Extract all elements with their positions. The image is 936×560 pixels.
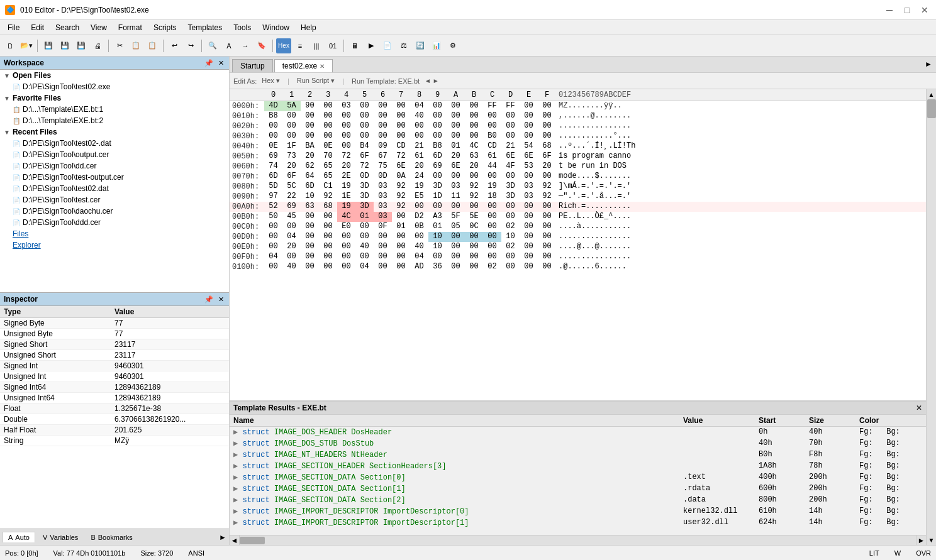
scroll-thumb-vertical[interactable] [927,99,936,118]
hex-b4F[interactable]: 68 [538,141,556,151]
hex-byte-1[interactable]: 5A [282,101,301,111]
columns-button[interactable]: ||| [309,38,324,53]
hex-bBF[interactable]: 00 [538,212,556,222]
tab-test02[interactable]: test02.exe ✕ [274,59,333,72]
hex-bE2[interactable]: 00 [301,242,319,252]
bottom-scrollbar[interactable]: ◄ ► [230,535,926,545]
hex-b33[interactable]: 00 [319,131,337,141]
recent-item-1[interactable]: 📄 D:\PE\SignTool\test02-.dat [0,138,229,149]
hex-bE8[interactable]: 40 [410,242,428,252]
hex-byte-6[interactable]: 00 [374,101,392,111]
hex-byte-1A[interactable]: 00 [447,111,465,121]
save-all-button[interactable]: 💾 [57,38,72,53]
hex-b68[interactable]: 20 [410,162,428,172]
hex-b5B[interactable]: 63 [465,151,483,162]
hex-byte-15[interactable]: 00 [355,111,374,121]
hex-b80[interactable]: 5D [264,182,282,192]
hex-b87[interactable]: 92 [392,182,410,192]
hex-b73[interactable]: 65 [319,172,337,182]
hex-b55[interactable]: 6F [355,151,374,162]
hex-b4A[interactable]: 01 [447,141,465,151]
inspector-close-button[interactable]: ✕ [217,295,225,304]
hex-b5D[interactable]: 6E [501,151,520,162]
hex-bDE[interactable]: 00 [520,232,538,242]
hex-format-button[interactable]: Hex ▾ [259,76,282,85]
bookmark-button[interactable]: 🔖 [254,38,269,53]
hex-b71[interactable]: 6F [282,172,301,182]
hex-b92[interactable]: 10 [301,192,319,202]
hex-b4C[interactable]: CD [483,141,501,151]
hex-bC9[interactable]: 01 [428,222,447,232]
hex-b9F[interactable]: 92 [538,192,556,202]
hex-byte-1B[interactable]: 00 [465,111,483,121]
inspector-pin-button[interactable]: 📌 [203,295,214,304]
files-tab[interactable]: Files [0,228,229,239]
hex-bE3[interactable]: 00 [319,242,337,252]
hex-bFA[interactable]: 00 [447,252,465,262]
expand-icon-3[interactable]: ▶ [233,462,238,471]
hex-b45[interactable]: B4 [355,141,374,151]
hex-b6E[interactable]: 53 [520,162,538,172]
hex-bE4[interactable]: 00 [337,242,355,252]
hex-byte-2B[interactable]: 00 [465,121,483,131]
recent-item-3[interactable]: 📄 D:\PE\SignTool\dd.cer [0,160,229,172]
fav-item-1[interactable]: 📋 D:\...\Template\EXE.bt:1 [0,104,229,115]
scroll-thumb[interactable] [240,537,265,544]
hex-b46[interactable]: 09 [374,141,392,151]
hex-b8B[interactable]: 92 [465,182,483,192]
hex-bB0[interactable]: 50 [264,212,282,222]
hex-b78[interactable]: 24 [410,172,428,182]
hex-b108[interactable]: AD [410,262,428,272]
hex-bC8[interactable]: 0B [410,222,428,232]
hex-b5A[interactable]: 20 [447,151,465,162]
hex-b10C[interactable]: 02 [483,262,501,272]
hex-b4D[interactable]: 21 [501,141,520,151]
hex-bDF[interactable]: 00 [538,232,556,242]
hex-b6D[interactable]: 4F [501,162,520,172]
hex-b38[interactable]: 00 [410,131,428,141]
redo-button[interactable]: ↪ [183,38,198,53]
hex-b59[interactable]: 6D [428,151,447,162]
hex-bC7[interactable]: 01 [392,222,410,232]
hex-b84[interactable]: 19 [337,182,355,192]
hex-byte-11[interactable]: 00 [282,111,301,121]
hex-b79[interactable]: 00 [428,172,447,182]
print-button[interactable]: 🖨 [90,38,105,53]
hex-mode-button[interactable]: Hex [276,38,291,53]
hex-b74[interactable]: 2E [337,172,355,182]
hex-b3B[interactable]: 00 [465,131,483,141]
hex-bC3[interactable]: 00 [319,222,337,232]
hex-byte-1D[interactable]: 00 [501,111,520,121]
hex-bAC[interactable]: 00 [483,202,501,212]
hex-b98[interactable]: E5 [410,192,428,202]
hex-b3E[interactable]: 00 [520,131,538,141]
hex-b6A[interactable]: 6E [447,162,465,172]
hex-b85[interactable]: 3D [355,182,374,192]
hex-bC4[interactable]: E0 [337,222,355,232]
template-row-4[interactable]: ▶ struct IMAGE_SECTION_DATA Section[0] .… [230,472,926,483]
menu-view[interactable]: View [86,22,112,33]
hex-b104[interactable]: 00 [337,262,355,272]
hex-b35[interactable]: 00 [355,131,374,141]
hex-b107[interactable]: 00 [392,262,410,272]
recent-item-8[interactable]: 📄 D:\PE\SignTool\ddd.cer [0,217,229,228]
hex-b3F[interactable]: 00 [538,131,556,141]
hex-byte-22[interactable]: 00 [301,121,319,131]
hex-b3D[interactable]: 00 [501,131,520,141]
recent-files-section[interactable]: ▼ Recent Files [0,126,229,138]
hex-bFD[interactable]: 00 [501,252,520,262]
hex-b109[interactable]: 36 [428,262,447,272]
workspace-pin-button[interactable]: 📌 [203,59,214,67]
hex-byte-2F[interactable]: 00 [538,121,556,131]
hex-bE0[interactable]: 00 [264,242,282,252]
bit-button[interactable]: ⚙ [445,38,460,53]
hex-b5C[interactable]: 61 [483,151,501,162]
hex-bA7[interactable]: 92 [392,202,410,212]
hex-b62[interactable]: 62 [301,162,319,172]
menu-templates[interactable]: Templates [183,22,228,33]
hex-b9A[interactable]: 11 [447,192,465,202]
vertical-scrollbar[interactable]: ▲ ▼ [926,89,936,545]
hex-bA0[interactable]: 52 [264,202,282,212]
sync-button[interactable]: 🔄 [413,38,428,53]
template-row-1[interactable]: ▶ struct IMAGE_DOS_STUB DosStub 40h 70h … [230,438,926,449]
